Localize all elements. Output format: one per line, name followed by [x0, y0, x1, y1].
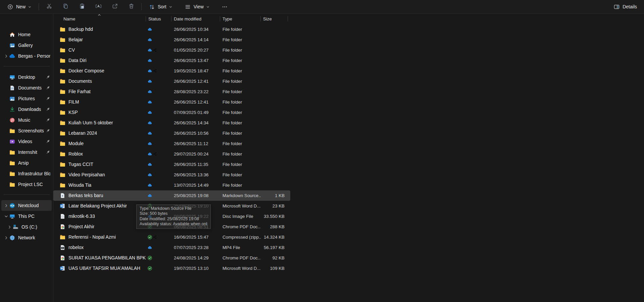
cloud-status-icon: [147, 245, 152, 250]
type-cell: Chrome PDF Doc...: [220, 255, 261, 260]
chevron-right-icon[interactable]: [6, 225, 13, 229]
nextcloud-icon: [9, 203, 15, 208]
size-cell: 1 KB: [261, 193, 288, 198]
file-row-tugas-ccit[interactable]: Tugas CCIT26/06/2025 11:35File folder: [53, 159, 290, 170]
file-name-cell: Belajar: [53, 37, 146, 43]
chevron-slot: [3, 128, 9, 133]
file-row-cv[interactable]: CV01/05/2025 20:27File folder: [53, 45, 290, 55]
cut-button[interactable]: [42, 1, 56, 12]
copy-button[interactable]: [59, 1, 72, 12]
more-options-button[interactable]: [218, 1, 232, 12]
file-row-kuliah-uum-5-oktober[interactable]: Kuliah Uum 5 oktober26/06/2025 14:34File…: [53, 118, 290, 128]
file-row-robelox[interactable]: robelox07/07/2025 23:28MP4 File56.197 KB: [53, 242, 290, 253]
sidebar-item-infrastruktur-blog-p[interactable]: Infrastruktur Blog P: [1, 168, 52, 179]
videos-icon: [9, 139, 15, 144]
file-name-cell: Backup hdd: [53, 26, 146, 32]
type-cell: File folder: [220, 100, 261, 105]
details-pane-icon: [613, 4, 620, 10]
sidebar-item-desktop[interactable]: Desktop: [1, 72, 52, 82]
sidebar-item-home[interactable]: Home: [1, 29, 52, 40]
share-button[interactable]: [108, 1, 121, 12]
status-cell: [146, 255, 171, 260]
file-row-belajar[interactable]: Belajar26/06/2025 14:14File folder: [53, 35, 290, 45]
delete-icon: [128, 3, 135, 10]
sort-button[interactable]: Sort: [145, 2, 176, 12]
chevron-slot: [3, 75, 9, 79]
sidebar-item-nextcloud[interactable]: Nextcloud: [1, 200, 52, 211]
file-row-wisuda-tia[interactable]: Wisuda Tia13/07/2025 14:49File folder: [53, 180, 290, 190]
sidebar-item-label: Music: [18, 118, 46, 123]
status-cell: [146, 27, 171, 32]
delete-button[interactable]: [125, 1, 138, 12]
sidebar-item-arsip[interactable]: Arsip: [1, 158, 52, 168]
file-row-backup-hdd[interactable]: Backup hdd26/06/2025 10:34File folder: [53, 24, 290, 35]
file-row-documents[interactable]: Documents26/06/2025 12:41File folder: [53, 76, 290, 86]
file-row-data-diri[interactable]: Data Diri26/06/2025 13:47File folder: [53, 55, 290, 66]
tooltip-date-line: Date modified: 25/08/2025 19:08: [140, 217, 207, 222]
type-cell: Markdown Source...: [220, 193, 261, 198]
sidebar-item-bergas-personal[interactable]: Bergas - Personal: [1, 51, 52, 61]
sidebar-item-downloads[interactable]: Downloads: [1, 104, 52, 115]
cloud-status-icon: [147, 48, 152, 53]
sidebar-item-network[interactable]: Network: [1, 232, 52, 243]
size-cell: 92 KB: [261, 255, 288, 260]
chevron-down-icon[interactable]: [3, 214, 9, 219]
sidebar-item-project-lsc[interactable]: Project LSC: [1, 179, 52, 190]
file-row-lebaran-2024[interactable]: Lebaran 202426/06/2025 10:56File folder: [53, 128, 290, 138]
details-pane-button[interactable]: Details: [610, 2, 641, 12]
sidebar-item-label: Screenshots: [18, 128, 46, 133]
file-name-cell: Docker Compose: [53, 68, 146, 74]
file-row-uas-ubay-tafsir-mua-amalah[interactable]: WUAS UBAY TAFSIR MUA'AMALAH19/07/2025 13…: [53, 263, 290, 274]
new-button[interactable]: New: [3, 2, 35, 12]
file-row-module[interactable]: Module26/06/2025 11:12File folder: [53, 138, 290, 149]
sidebar-item-screenshots[interactable]: Screenshots: [1, 125, 52, 136]
sidebar-item-gallery[interactable]: Gallery: [1, 40, 52, 51]
type-cell: File folder: [220, 68, 261, 73]
file-name-cell: WLatar Belakang Project Akhir: [53, 203, 146, 209]
file-row-ksp[interactable]: KSP07/09/2025 01:49File folder: [53, 107, 290, 118]
column-header-status[interactable]: Status: [146, 14, 171, 24]
chevron-right-icon[interactable]: [3, 54, 9, 58]
size-cell: 23 KB: [261, 203, 288, 208]
status-cell: [146, 120, 171, 125]
file-row-roblox[interactable]: Roblox29/07/2025 00:24File folder: [53, 149, 290, 159]
file-name-cell: Berkas teks baru: [53, 193, 146, 198]
file-row-berkas-teks-baru[interactable]: Berkas teks baru25/08/2025 19:08Markdown…: [53, 190, 290, 201]
file-row-surat-kuasa-pengambilan-bpkb[interactable]: SURAT KUASA PENGAMBILAN BPKB24/08/2025 1…: [53, 253, 290, 263]
sidebar-item-pictures[interactable]: Pictures: [1, 93, 52, 104]
type-cell: Microsoft Word D...: [220, 266, 261, 271]
column-header-date-modified[interactable]: Date modified: [171, 14, 220, 24]
sidebar-item-os-c[interactable]: OS (C:): [5, 222, 52, 232]
file-row-video-perpisahan[interactable]: Video Perpisahan26/06/2025 13:36File fol…: [53, 170, 290, 180]
sidebar-item-this-pc[interactable]: This PC: [1, 211, 52, 222]
file-row-docker-compose[interactable]: Docker Compose19/05/2025 18:47File folde…: [53, 66, 290, 76]
cloud-status-icon: [147, 131, 152, 136]
column-header-type[interactable]: Type: [220, 14, 261, 24]
date-modified-cell: 26/06/2025 13:36: [171, 172, 220, 177]
size-cell: 56.197 KB: [261, 245, 288, 250]
date-modified-cell: 24/08/2025 14:29: [171, 255, 220, 260]
paste-button[interactable]: [75, 1, 89, 12]
sidebar-item-videos[interactable]: Videos: [1, 136, 52, 147]
column-header-label: Size: [263, 16, 272, 21]
column-headers: NameStatusDate modifiedTypeSize: [53, 14, 644, 24]
column-header-size[interactable]: Size: [261, 14, 288, 24]
sidebar-item-music[interactable]: Music: [1, 115, 52, 125]
sidebar-separator: [3, 194, 50, 195]
pin-icon: [46, 75, 50, 79]
chevron-right-icon[interactable]: [3, 203, 9, 208]
column-header-label: Status: [148, 16, 161, 21]
file-row-referensi-nopal-azmi[interactable]: Referensi - Nopal Azmi16/06/2025 15:47Co…: [53, 232, 290, 242]
file-row-film[interactable]: FILM26/06/2025 12:41File folder: [53, 97, 290, 107]
sidebar-item-internshit[interactable]: Internshit: [1, 147, 52, 158]
column-header-name[interactable]: Name: [53, 14, 146, 24]
folder-icon: [9, 149, 15, 155]
file-name: File Farhat: [68, 89, 91, 94]
view-button[interactable]: View: [181, 2, 213, 12]
rename-button[interactable]: [92, 1, 105, 12]
file-name: Lebaran 2024: [68, 131, 97, 136]
sidebar-item-documents[interactable]: Documents: [1, 82, 52, 93]
chevron-right-icon[interactable]: [3, 235, 9, 240]
file-row-file-farhat[interactable]: File Farhat28/08/2025 23:22File folder: [53, 86, 290, 97]
file-name: Video Perpisahan: [68, 172, 105, 177]
